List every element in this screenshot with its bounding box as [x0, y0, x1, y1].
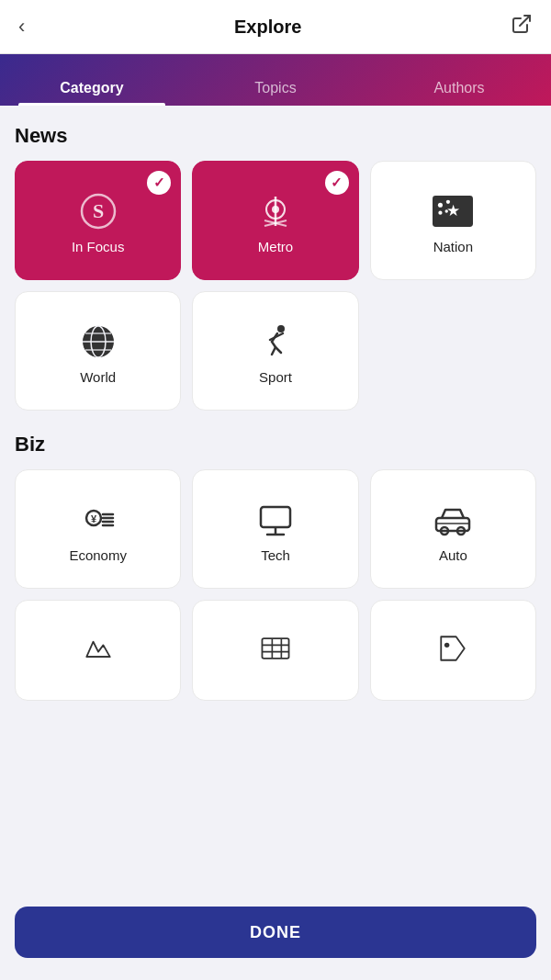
biz-grid: ¥ Economy Tech [15, 469, 536, 701]
partial3-icon [434, 630, 471, 675]
partial2-icon [257, 630, 294, 675]
app-header: ‹ Explore [0, 0, 551, 54]
card-label-nation: Nation [433, 239, 473, 254]
card-label-metro: Metro [258, 239, 293, 254]
svg-point-11 [446, 199, 450, 203]
tech-icon [255, 500, 296, 540]
card-label-sport: Sport [259, 369, 292, 385]
card-tech[interactable]: Tech [192, 469, 358, 589]
svg-line-0 [520, 16, 530, 26]
done-button-wrap: DONE [0, 897, 551, 980]
tab-category[interactable]: Category [0, 67, 184, 106]
card-label-world: World [80, 369, 116, 385]
sport-icon [255, 321, 296, 362]
svg-text:¥: ¥ [91, 513, 97, 524]
card-label-in-focus: In Focus [72, 239, 125, 254]
svg-point-10 [438, 202, 443, 207]
card-metro[interactable]: Metro [192, 161, 358, 280]
card-partial2[interactable] [192, 600, 358, 701]
card-label-economy: Economy [69, 547, 127, 563]
svg-point-13 [445, 209, 448, 212]
share-icon[interactable] [511, 13, 533, 40]
svg-point-40 [444, 642, 449, 647]
card-world[interactable]: World [15, 291, 181, 411]
news-section-title: News [15, 124, 536, 148]
check-badge-in-focus [147, 171, 171, 195]
tab-bar: Category Topics Authors [0, 54, 551, 106]
nation-icon: ★ [433, 191, 473, 231]
card-economy[interactable]: ¥ Economy [15, 469, 181, 589]
auto-icon [433, 500, 473, 540]
card-auto[interactable]: Auto [370, 469, 536, 589]
check-badge-metro [325, 171, 349, 195]
main-content: News S In Focus [0, 106, 551, 815]
tab-topics[interactable]: Topics [184, 67, 367, 106]
metro-icon [255, 191, 296, 231]
card-nation[interactable]: ★ Nation [370, 161, 536, 280]
world-icon [78, 321, 118, 362]
svg-point-12 [439, 210, 443, 214]
news-grid: S In Focus Metro [15, 161, 536, 411]
economy-icon: ¥ [78, 500, 118, 540]
in-focus-icon: S [78, 191, 118, 231]
biz-section-title: Biz [15, 433, 536, 456]
svg-rect-35 [262, 638, 288, 659]
card-sport[interactable]: Sport [192, 291, 358, 411]
svg-point-21 [277, 325, 285, 332]
card-label-auto: Auto [439, 547, 467, 563]
partial1-icon [80, 630, 117, 675]
tab-authors[interactable]: Authors [367, 67, 551, 106]
page-title: Explore [234, 17, 301, 38]
card-label-tech: Tech [261, 547, 290, 563]
card-partial1[interactable] [15, 600, 181, 701]
card-in-focus[interactable]: S In Focus [15, 161, 181, 280]
svg-point-5 [272, 206, 279, 213]
card-partial3[interactable] [370, 600, 536, 701]
done-button[interactable]: DONE [15, 907, 536, 958]
svg-text:S: S [93, 199, 104, 222]
svg-rect-28 [261, 507, 290, 527]
back-button[interactable]: ‹ [18, 15, 25, 39]
